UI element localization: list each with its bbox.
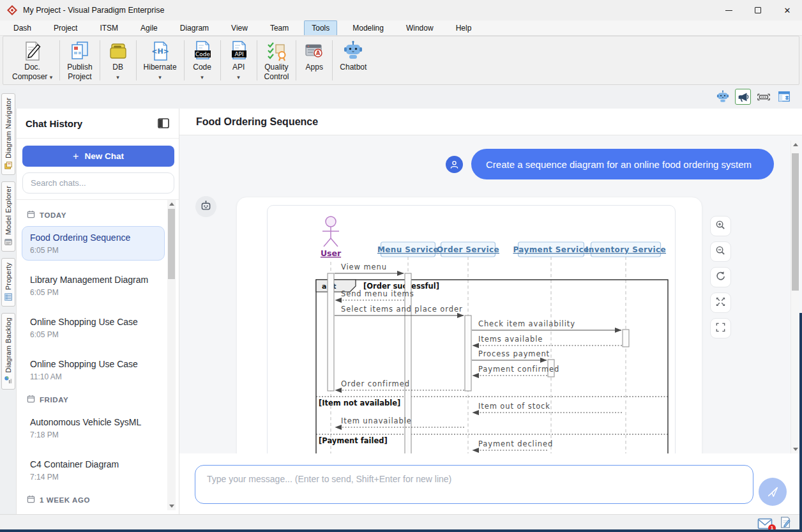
user-icon	[448, 158, 460, 171]
property-icon	[4, 290, 13, 303]
chat-list: TODAYFood Ordering Sequence6:05 PMLibrar…	[22, 200, 165, 514]
chat-item-time: 7:14 PM	[30, 473, 156, 482]
code-button[interactable]: CodeCode▾	[186, 39, 218, 82]
chat-list-item[interactable]: Library Management Diagram6:05 PM	[22, 268, 165, 303]
side-tab-label: Model Explorer	[4, 186, 12, 235]
api-button[interactable]: APIAPI▾	[223, 39, 255, 82]
doc-composer-button[interactable]: Doc.Composer ▾	[7, 39, 57, 82]
zoom-out-button[interactable]	[710, 241, 731, 262]
panel-window-icon[interactable]	[776, 89, 792, 105]
menu-itsm[interactable]: ITSM	[93, 21, 125, 35]
toolbar-separator	[296, 40, 296, 80]
zoom-in-button[interactable]	[710, 216, 731, 236]
scroll-up-icon[interactable]	[169, 202, 174, 206]
svg-text:Code: Code	[195, 51, 211, 57]
menu-team[interactable]: Team	[263, 21, 296, 35]
menu-window[interactable]: Window	[399, 21, 441, 35]
toolbar-button-label: Doc.Composer ▾	[12, 63, 52, 82]
publish-project-icon	[69, 40, 91, 62]
side-tab-model-explorer[interactable]: Model Explorer	[1, 181, 15, 252]
filmstrip-icon[interactable]	[755, 89, 771, 105]
side-tab-diagram-navigator[interactable]: Diagram Navigator	[1, 93, 15, 175]
chat-area-scrollbar[interactable]	[791, 141, 799, 453]
maximize-button[interactable]	[743, 0, 773, 20]
apps-icon: A	[303, 40, 325, 62]
sequence-diagram-panel[interactable]: [Item not available][Payment failed]alt[…	[267, 205, 676, 453]
message-input[interactable]	[195, 465, 753, 504]
sequence-diagram: [Item not available][Payment failed]alt[…	[268, 206, 676, 453]
visual-paradigm-logo-icon	[6, 4, 18, 16]
chatbot-icon	[342, 40, 364, 62]
side-tab-label: Property	[4, 262, 12, 290]
menu-project[interactable]: Project	[47, 21, 84, 35]
conversation-title: Food Ordering Sequence	[196, 116, 318, 128]
menu-help[interactable]: Help	[449, 21, 479, 35]
robot-icon	[199, 200, 213, 213]
doc-composer-icon	[22, 40, 43, 62]
db-button[interactable]: DB▾	[102, 39, 134, 82]
chat-history-header: Chat History	[17, 109, 179, 139]
toolbar-separator	[332, 40, 333, 80]
calendar-icon	[27, 395, 35, 404]
expand-button[interactable]	[710, 293, 731, 313]
reset-view-button[interactable]	[710, 267, 731, 287]
chat-section-label: TODAY	[40, 211, 66, 219]
quality-control-button[interactable]: QualityControl	[259, 39, 294, 82]
chat-list-scrollbar[interactable]	[167, 200, 176, 510]
calendar-icon	[27, 210, 35, 220]
hibernate-button[interactable]: <H>Hibernate▾	[139, 39, 182, 82]
chatbot-icon[interactable]	[715, 89, 730, 105]
apps-button[interactable]: AApps	[298, 39, 330, 82]
collapse-panel-icon[interactable]	[157, 117, 170, 130]
scrollbar-thumb[interactable]	[792, 153, 799, 291]
svg-text:Menu Service: Menu Service	[377, 245, 439, 254]
chat-item-time: 6:05 PM	[30, 246, 156, 255]
messages-button[interactable]: 1	[757, 517, 773, 530]
chatbot-button[interactable]: Chatbot	[335, 39, 372, 82]
reset-view-icon	[715, 271, 726, 284]
menu-tools[interactable]: Tools	[304, 20, 337, 35]
side-tab-property[interactable]: Property	[1, 258, 15, 307]
scroll-up-icon[interactable]	[793, 143, 798, 146]
user-message-bubble: Create a sequence diagram for an online …	[471, 149, 774, 179]
toolbar-separator	[59, 40, 60, 80]
chat-item-title: C4 Container Diagram	[30, 459, 156, 471]
scrollbar-thumb[interactable]	[168, 209, 175, 279]
svg-text:Order Service: Order Service	[437, 245, 499, 254]
publish-project-button[interactable]: PublishProject	[62, 39, 97, 82]
menu-dash[interactable]: Dash	[6, 21, 38, 35]
minimize-button[interactable]	[714, 0, 743, 20]
new-chat-button[interactable]: + New Chat	[22, 146, 174, 167]
svg-text:A: A	[316, 50, 321, 56]
side-tab-strip: Diagram NavigatorModel ExplorerPropertyD…	[0, 89, 16, 514]
user-avatar	[446, 156, 463, 173]
search-chats-input[interactable]	[22, 172, 174, 194]
db-icon	[107, 40, 129, 62]
scroll-down-icon[interactable]	[169, 505, 174, 508]
chat-list-item[interactable]: Food Ordering Sequence6:05 PM	[22, 226, 165, 261]
chat-list-item[interactable]: Online Shopping Use Case6:05 PM	[22, 310, 165, 345]
send-button[interactable]	[759, 478, 787, 506]
chat-list-item[interactable]: C4 Container Diagram7:14 PM	[22, 453, 165, 487]
chat-area: Create a sequence diagram for an online …	[179, 135, 802, 453]
menu-modeling[interactable]: Modeling	[345, 21, 391, 35]
chat-list-item[interactable]: Autonomous Vehicle SysML7:18 PM	[22, 411, 165, 445]
side-tab-diagram-backlog[interactable]: Diagram Backlog	[1, 313, 15, 390]
fit-screen-button[interactable]	[710, 318, 731, 338]
main-panel: Food Ordering Sequence Create a sequence…	[179, 109, 802, 514]
scroll-down-icon[interactable]	[793, 448, 798, 451]
close-button[interactable]: ✕	[773, 0, 802, 20]
desktop-edge	[799, 313, 802, 529]
menu-view[interactable]: View	[224, 21, 255, 35]
window-controls: ✕	[714, 0, 802, 20]
chat-item-title: Autonomous Vehicle SysML	[30, 416, 156, 429]
menu-bar: DashProjectITSMAgileDiagramViewTeamTools…	[0, 20, 802, 36]
menu-agile[interactable]: Agile	[133, 21, 165, 35]
announcement-icon[interactable]	[735, 89, 751, 105]
window-title: My Project - Visual Paradigm Enterprise	[23, 6, 164, 15]
menu-diagram[interactable]: Diagram	[173, 21, 216, 35]
expand-icon	[715, 296, 726, 309]
chat-list-item[interactable]: Online Shopping Use Case11:10 AM	[22, 353, 165, 387]
notes-button[interactable]	[779, 516, 792, 531]
svg-text:Items available: Items available	[478, 335, 543, 344]
